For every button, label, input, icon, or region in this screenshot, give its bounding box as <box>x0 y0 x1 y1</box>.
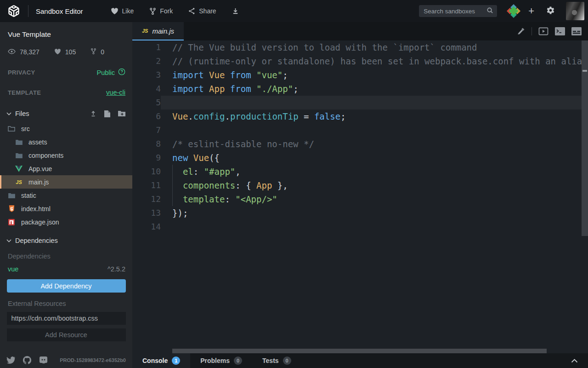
line-number: 2 <box>132 54 161 68</box>
line-content[interactable]: components: { App }, <box>161 178 588 192</box>
sidebar-footer: PROD-1528983472-e6352b0 <box>6 356 126 364</box>
download-icon <box>232 7 239 15</box>
toolbar-divider <box>531 27 532 35</box>
tab-label: Problems <box>200 357 230 364</box>
line-content[interactable] <box>161 220 588 234</box>
patron-badge-icon[interactable] <box>507 5 520 17</box>
code-editor[interactable]: 1// The Vue build version to load with t… <box>132 40 588 353</box>
console-tab-console[interactable]: Console1 <box>132 353 190 368</box>
console-tab-problems[interactable]: Problems0 <box>190 353 252 368</box>
file-label: index.html <box>21 205 51 213</box>
view-toggle-icons <box>517 22 588 40</box>
file-item-components[interactable]: components <box>0 149 132 162</box>
file-label: main.js <box>28 178 49 186</box>
file-item-assets[interactable]: assets <box>0 135 132 149</box>
views-stat: 78,327 <box>8 48 40 56</box>
vertical-scrollbar[interactable] <box>582 40 588 236</box>
line-content[interactable]: /* eslint-disable no-new */ <box>161 137 588 151</box>
console-tab-tests[interactable]: Tests0 <box>252 353 301 368</box>
fork-button[interactable]: Fork <box>149 7 173 15</box>
github-icon[interactable] <box>23 356 31 364</box>
file-item-static[interactable]: static <box>0 189 132 202</box>
expand-console-button[interactable] <box>571 353 588 368</box>
code-line-3: 3import Vue from "vue"; <box>132 68 588 82</box>
vertical-scrollbar-thumb[interactable] <box>582 70 587 72</box>
prettify-brush-icon[interactable] <box>517 27 525 35</box>
help-circle-icon[interactable] <box>118 68 125 77</box>
files-section-header[interactable]: Files <box>0 108 132 119</box>
search-icon <box>486 7 493 16</box>
privacy-value: Public <box>97 69 115 76</box>
heart-icon <box>54 48 61 56</box>
horizontal-scrollbar-thumb[interactable] <box>172 349 547 353</box>
forks-count: 0 <box>101 48 104 56</box>
line-number: 11 <box>132 178 161 192</box>
status-bar: Console1Problems0Tests0 <box>132 353 588 368</box>
download-button[interactable] <box>232 7 239 15</box>
vue-icon <box>15 166 23 172</box>
files-header-label: Files <box>15 110 29 117</box>
new-sandbox-icon[interactable]: + <box>528 6 534 16</box>
user-avatar[interactable] <box>566 2 584 20</box>
line-content[interactable]: import Vue from "vue"; <box>161 68 588 82</box>
line-content[interactable]: import App from "./App"; <box>161 82 588 96</box>
share-label: Share <box>199 7 216 15</box>
file-item-App-vue[interactable]: App.vue <box>0 162 132 175</box>
preview-browser-icon[interactable] <box>538 27 548 35</box>
discord-icon[interactable] <box>39 356 48 364</box>
file-label: src <box>21 125 30 132</box>
line-number: 1 <box>132 40 161 54</box>
tab-main-js[interactable]: JS main.js <box>132 22 184 40</box>
line-content[interactable]: }); <box>161 206 588 220</box>
like-button[interactable]: Like <box>111 7 134 15</box>
gear-icon[interactable] <box>546 6 555 17</box>
code-line-1: 1// The Vue build version to load with t… <box>132 40 588 54</box>
code-line-11: 11 components: { App }, <box>132 178 588 192</box>
dependencies-header-label: Dependencies <box>15 237 58 244</box>
code-line-12: 12 template: "<App/>" <box>132 192 588 206</box>
file-label: components <box>28 152 63 159</box>
upload-icon[interactable] <box>90 110 96 117</box>
line-content[interactable] <box>161 123 588 137</box>
code-line-14: 14 <box>132 220 588 234</box>
line-content[interactable] <box>161 96 588 109</box>
line-content[interactable]: template: "<App/>" <box>161 192 588 206</box>
line-number: 4 <box>132 82 161 96</box>
editor-tabbar: JS main.js <box>132 22 588 40</box>
preview-console-icon[interactable] <box>555 27 565 35</box>
file-item-main-js[interactable]: JSmain.js <box>0 175 132 189</box>
add-resource-button[interactable]: Add Resource <box>7 328 126 341</box>
line-content[interactable]: // (runtime-only or standalone) has been… <box>161 54 588 68</box>
search-input[interactable] <box>424 8 486 15</box>
code-line-5: 5 <box>132 96 588 109</box>
line-content[interactable]: new Vue({ <box>161 151 588 165</box>
template-link[interactable]: vue-cli <box>106 89 125 96</box>
twitter-icon[interactable] <box>6 356 15 364</box>
eye-icon <box>8 48 16 56</box>
new-folder-icon[interactable] <box>118 110 125 117</box>
line-content[interactable]: // The Vue build version to load with th… <box>161 40 588 54</box>
build-id: PROD-1528983472-e6352b0 <box>60 357 126 363</box>
file-item-index-html[interactable]: index.html <box>0 202 132 215</box>
share-button[interactable]: Share <box>188 7 216 15</box>
code-line-8: 8/* eslint-disable no-new */ <box>132 137 588 151</box>
codesandbox-logo-icon[interactable] <box>7 4 21 18</box>
new-file-icon[interactable] <box>104 110 110 117</box>
code-line-4: 4import App from "./App"; <box>132 82 588 96</box>
file-label: assets <box>28 138 47 146</box>
code-line-13: 13}); <box>132 206 588 220</box>
line-content[interactable]: el: "#app", <box>161 165 588 178</box>
line-content[interactable]: Vue.config.productionTip = false; <box>161 109 588 123</box>
dependencies-section-header[interactable]: Dependencies <box>0 235 132 246</box>
like-label: Like <box>122 7 134 15</box>
folder-open-icon <box>8 126 15 132</box>
file-item-package-json[interactable]: package.json <box>0 215 132 229</box>
preview-split-icon[interactable] <box>571 27 582 35</box>
resource-url-input[interactable] <box>7 312 126 325</box>
add-dependency-button[interactable]: Add Dependency <box>7 279 126 293</box>
forks-stat: 0 <box>90 48 104 56</box>
views-count: 78,327 <box>20 48 40 56</box>
fork-icon <box>90 48 96 56</box>
file-item-src[interactable]: src <box>0 122 132 135</box>
dependency-name-link[interactable]: vue <box>8 265 18 273</box>
